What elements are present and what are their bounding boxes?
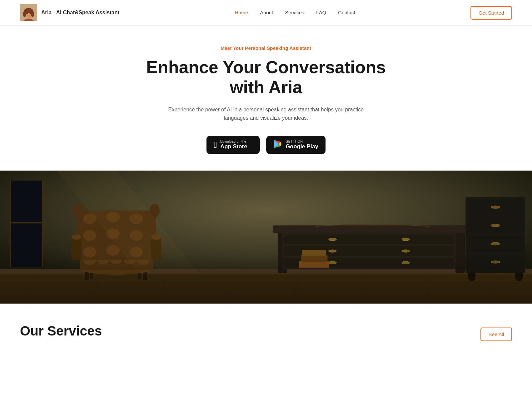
svg-point-83 bbox=[491, 242, 500, 245]
svg-rect-31 bbox=[10, 222, 43, 223]
svg-point-7 bbox=[26, 13, 28, 14]
nav-home[interactable]: Home bbox=[235, 10, 248, 15]
services-section: Our Services See All bbox=[0, 304, 532, 364]
google-play-text: GET IT ON Google Play bbox=[286, 140, 318, 150]
apple-icon:  bbox=[214, 140, 217, 149]
nav-contact[interactable]: Contact bbox=[338, 10, 355, 15]
svg-point-67 bbox=[329, 238, 336, 241]
svg-rect-64 bbox=[284, 234, 454, 244]
svg-point-82 bbox=[491, 224, 500, 227]
nav-links: Home About Services FAQ Contact bbox=[235, 10, 355, 16]
svg-point-81 bbox=[491, 206, 500, 208]
svg-point-48 bbox=[83, 230, 96, 241]
svg-rect-60 bbox=[273, 225, 472, 233]
hero-room-image bbox=[0, 171, 532, 304]
hero-description: Experience the power of AI in a personal… bbox=[163, 105, 369, 122]
svg-point-5 bbox=[23, 11, 26, 17]
app-store-label-small: Download on the bbox=[220, 140, 247, 143]
brand-avatar bbox=[20, 4, 37, 21]
hero-subtitle: Meet Your Personal Speaking Assistant bbox=[140, 46, 392, 51]
brand-logo[interactable]: Aria - AI Chat&Speak Assistant bbox=[20, 4, 119, 21]
services-header: Our Services See All bbox=[20, 324, 512, 341]
google-play-icon bbox=[274, 140, 282, 150]
navbar: Aria - AI Chat&Speak Assistant Home Abou… bbox=[0, 0, 532, 26]
app-store-button[interactable]:  Download on the App Store bbox=[206, 136, 260, 154]
hero-section: Meet Your Personal Speaking Assistant En… bbox=[133, 26, 399, 171]
svg-point-70 bbox=[402, 250, 410, 252]
hero-title: Enhance Your Conversations with Aria bbox=[140, 58, 392, 97]
svg-point-55 bbox=[71, 234, 81, 240]
hero-cta-buttons:  Download on the App Store GET IT ON Go… bbox=[140, 136, 392, 154]
get-started-button[interactable]: Get Started bbox=[470, 6, 512, 20]
nav-about[interactable]: About bbox=[260, 10, 273, 15]
services-title: Our Services bbox=[20, 324, 102, 338]
brand-title: Aria - AI Chat&Speak Assistant bbox=[41, 9, 119, 16]
google-play-label-small: GET IT ON bbox=[286, 140, 318, 143]
google-play-button[interactable]: GET IT ON Google Play bbox=[266, 136, 326, 154]
svg-rect-90 bbox=[0, 254, 532, 304]
svg-point-58 bbox=[73, 204, 83, 217]
nav-faq[interactable]: FAQ bbox=[316, 10, 326, 15]
app-store-text: Download on the App Store bbox=[220, 140, 247, 150]
svg-point-8 bbox=[30, 13, 31, 14]
svg-point-69 bbox=[329, 250, 336, 252]
svg-point-68 bbox=[402, 238, 410, 241]
nav-services[interactable]: Services bbox=[285, 10, 304, 15]
app-store-label-large: App Store bbox=[220, 143, 247, 150]
see-all-button[interactable]: See All bbox=[480, 328, 512, 341]
svg-point-6 bbox=[31, 11, 34, 17]
google-play-label-large: Google Play bbox=[286, 143, 318, 150]
